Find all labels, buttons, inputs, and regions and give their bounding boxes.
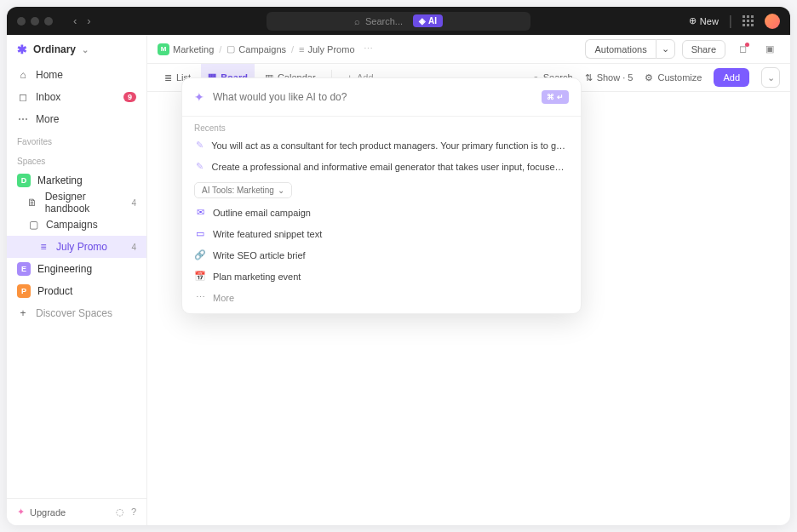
list-icon: ≡ — [299, 44, 304, 54]
plus-icon: + — [17, 307, 29, 319]
body: ✱ Ordinary ⌄ ⌂ Home ◻ Inbox 9 ⋯ More Fav… — [7, 35, 790, 525]
spaces-label: Spaces — [7, 150, 146, 169]
ai-modal: ✦ ⌘ ↵ Recents ✎ You will act as a consul… — [181, 77, 582, 314]
sidebar-folder-campaigns[interactable]: ▢ Campaigns — [7, 214, 146, 236]
global-search[interactable]: ⌕ Search... ◈ AI — [267, 12, 530, 31]
plus-icon: ⊕ — [689, 15, 697, 26]
titlebar: ‹ › ⌕ Search... ◈ AI ⊕ New | — [7, 7, 790, 35]
share-button[interactable]: Share — [682, 40, 725, 59]
list-icon: ≡ — [37, 241, 49, 253]
space-badge: D — [17, 174, 31, 187]
calendar-icon: 📅 — [194, 271, 206, 282]
brand-logo-icon: ✱ — [17, 43, 27, 56]
back-icon[interactable]: ‹ — [70, 13, 80, 29]
inbox-badge: 9 — [123, 92, 136, 102]
automations-button[interactable]: Automations — [585, 39, 655, 59]
chevron-down-icon: ⌄ — [278, 186, 284, 195]
doc-icon: 🗎 — [27, 197, 38, 209]
chevron-down-icon: ⌄ — [82, 45, 89, 54]
gear-icon: ⚙ — [645, 72, 653, 83]
snippet-icon: ▭ — [194, 228, 206, 239]
sidebar-footer: ✦ Upgrade ◌ ? — [7, 498, 146, 525]
breadcrumb-marketing[interactable]: M Marketing — [158, 43, 214, 55]
space-product[interactable]: P Product — [7, 280, 146, 302]
more-icon: ⋯ — [194, 292, 206, 303]
recent-item[interactable]: ✎ Create a professional and informative … — [182, 156, 581, 177]
new-button[interactable]: ⊕ New — [689, 15, 719, 26]
breadcrumb-sep: / — [219, 44, 221, 54]
ai-tool-outline-email[interactable]: ✉ Outline email campaign — [182, 202, 581, 223]
space-badge-icon: M — [158, 43, 169, 55]
wand-icon: ✎ — [194, 140, 204, 151]
sidebar: ✱ Ordinary ⌄ ⌂ Home ◻ Inbox 9 ⋯ More Fav… — [7, 35, 147, 525]
sparkle-icon: ✦ — [17, 506, 25, 518]
space-engineering[interactable]: E Engineering — [7, 258, 146, 280]
ai-tool-featured-snippet[interactable]: ▭ Write featured snippet text — [182, 223, 581, 244]
forward-icon[interactable]: › — [83, 13, 94, 29]
customize-button[interactable]: ⚙Customize — [645, 72, 702, 83]
discover-spaces[interactable]: + Discover Spaces — [7, 302, 146, 324]
add-button[interactable]: Add — [714, 68, 749, 87]
wand-icon: ✎ — [194, 161, 205, 172]
maximize-dot[interactable] — [44, 17, 53, 26]
user-icon[interactable]: ◌ — [116, 506, 124, 518]
mail-icon: ✉ — [194, 207, 206, 218]
folder-icon: ▢ — [226, 43, 235, 54]
notifications-icon[interactable]: ◻ — [732, 39, 753, 60]
link-icon: 🔗 — [194, 249, 206, 260]
automations-button-group: Automations ⌄ — [585, 39, 674, 59]
ai-tool-seo-brief[interactable]: 🔗 Write SEO article brief — [182, 244, 581, 266]
apps-grid-icon[interactable] — [743, 15, 754, 27]
close-dot[interactable] — [17, 17, 26, 26]
crumb-actions: Automations ⌄ Share ◻ ▣ — [585, 39, 780, 60]
inbox-icon: ◻ — [17, 91, 29, 103]
sidebar-more[interactable]: ⋯ More — [7, 108, 146, 130]
ai-tools-dropdown[interactable]: AI Tools: Marketing ⌄ — [194, 182, 292, 198]
recents-label: Recents — [182, 117, 581, 134]
folder-icon: ▢ — [27, 219, 39, 231]
more-icon: ⋯ — [17, 113, 29, 125]
space-marketing[interactable]: D Marketing — [7, 169, 146, 192]
minimize-dot[interactable] — [31, 17, 39, 26]
recent-item[interactable]: ✎ You will act as a consultant for tech … — [182, 134, 581, 156]
filter-icon: ⇅ — [585, 72, 593, 83]
space-badge: P — [17, 284, 31, 298]
workspace-switcher[interactable]: ✱ Ordinary ⌄ — [7, 35, 146, 64]
sidebar-inbox[interactable]: ◻ Inbox 9 — [7, 86, 146, 108]
breadcrumb: M Marketing / ▢ Campaigns / ≡ July Promo… — [147, 35, 790, 64]
space-badge: E — [17, 262, 31, 276]
list-icon: ≣ — [164, 72, 172, 83]
search-placeholder: Search... — [365, 16, 403, 26]
sidebar-list-july-promo[interactable]: ≡ July Promo 4 — [7, 236, 146, 258]
sidebar-doc-designer-handbook[interactable]: 🗎 Designer handbook 4 — [7, 192, 146, 214]
more-icon[interactable]: ⋯ — [364, 43, 373, 54]
breadcrumb-campaigns[interactable]: ▢ Campaigns — [226, 43, 286, 54]
app-window: ‹ › ⌕ Search... ◈ AI ⊕ New | ✱ Ordinary — [7, 7, 790, 525]
ai-modal-header: ✦ ⌘ ↵ — [182, 78, 581, 117]
show-button[interactable]: ⇅Show · 5 — [585, 72, 634, 83]
panel-icon[interactable]: ▣ — [760, 39, 780, 60]
add-chevron[interactable]: ⌄ — [761, 67, 780, 88]
window-controls[interactable] — [17, 17, 53, 26]
titlebar-right: ⊕ New | — [689, 14, 780, 29]
help-icon[interactable]: ? — [131, 506, 136, 518]
nav-arrows: ‹ › — [70, 13, 95, 29]
favorites-label: Favorites — [7, 130, 146, 150]
breadcrumb-sep: / — [291, 44, 294, 54]
breadcrumb-july-promo[interactable]: ≡ July Promo — [299, 44, 354, 54]
ai-input[interactable] — [213, 91, 533, 103]
ai-tools-more[interactable]: ⋯ More — [182, 287, 581, 313]
ai-tool-plan-event[interactable]: 📅 Plan marketing event — [182, 266, 581, 287]
upgrade-link[interactable]: Upgrade — [30, 507, 66, 518]
user-avatar[interactable] — [765, 14, 780, 29]
automations-chevron[interactable]: ⌄ — [656, 39, 675, 59]
search-icon: ⌕ — [354, 16, 360, 26]
ai-chip[interactable]: ◈ AI — [413, 14, 443, 27]
sidebar-home[interactable]: ⌂ Home — [7, 64, 146, 86]
kbd-shortcut: ⌘ ↵ — [542, 90, 569, 104]
home-icon: ⌂ — [17, 69, 29, 81]
sparkle-icon: ✦ — [194, 90, 204, 104]
main: M Marketing / ▢ Campaigns / ≡ July Promo… — [147, 35, 790, 525]
